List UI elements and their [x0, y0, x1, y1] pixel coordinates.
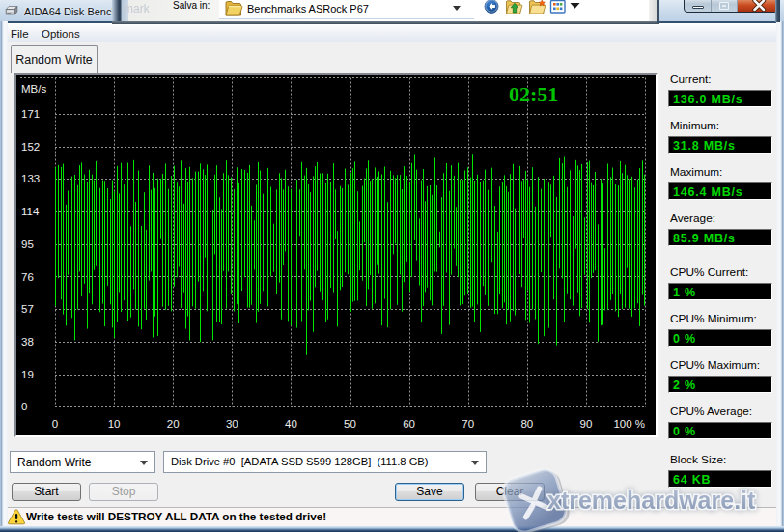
svg-text:19: 19 — [21, 369, 34, 380]
svg-text:114: 114 — [21, 206, 40, 217]
svg-text:90: 90 — [580, 418, 593, 430]
svg-text:60: 60 — [403, 418, 415, 430]
svg-text:MB/s: MB/s — [21, 83, 46, 95]
svg-text:152: 152 — [21, 141, 40, 153]
svg-text:20: 20 — [167, 418, 180, 430]
svg-text:100 %: 100 % — [613, 418, 645, 430]
svg-text:70: 70 — [462, 418, 474, 430]
svg-text:57: 57 — [21, 303, 34, 315]
svg-text:133: 133 — [21, 173, 40, 184]
svg-text:38: 38 — [21, 336, 34, 348]
svg-text:76: 76 — [21, 271, 34, 283]
svg-text:40: 40 — [285, 418, 297, 430]
svg-text:02:51: 02:51 — [509, 82, 558, 106]
svg-text:80: 80 — [520, 418, 533, 430]
svg-text:50: 50 — [344, 418, 356, 430]
svg-text:0: 0 — [52, 418, 58, 430]
svg-text:30: 30 — [226, 418, 238, 430]
svg-text:10: 10 — [108, 418, 121, 430]
svg-text:95: 95 — [21, 238, 34, 250]
svg-text:0: 0 — [21, 401, 27, 412]
svg-text:171: 171 — [21, 108, 40, 120]
